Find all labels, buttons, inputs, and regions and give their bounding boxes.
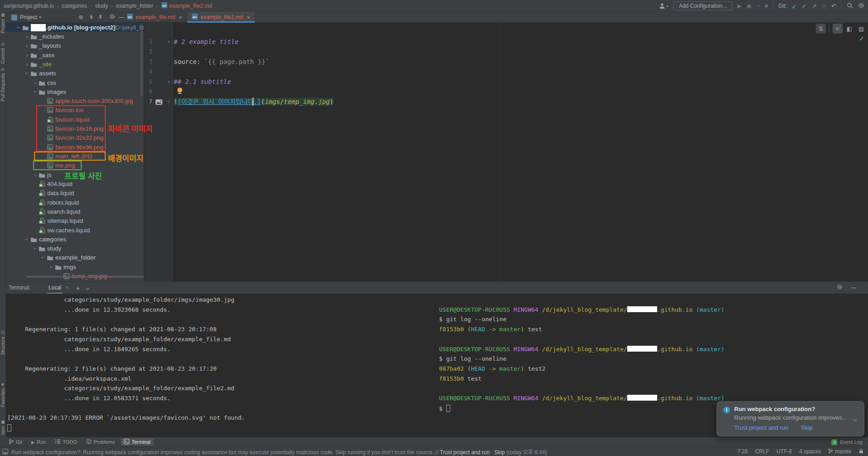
chevron-expanded-icon[interactable]: › bbox=[24, 70, 30, 76]
close-icon[interactable]: × bbox=[179, 14, 182, 21]
tree-item-favicon-16x16.png[interactable]: favicon-16x16.png bbox=[6, 124, 144, 133]
tree-item-404.liquid[interactable]: H404.liquid bbox=[6, 179, 144, 188]
chevron-collapsed-icon[interactable]: › bbox=[24, 34, 30, 39]
chevron-expanded-icon[interactable]: › bbox=[32, 89, 38, 95]
terminal-split-divider[interactable] bbox=[434, 294, 435, 437]
locate-file-icon[interactable]: ⊕ bbox=[78, 14, 83, 20]
tree-item-root[interactable]: ›.github.io [blog-project2] D:\jekyll_bl bbox=[6, 23, 144, 32]
editor-tab-example_file2.md[interactable]: MDexample_file2.md× bbox=[187, 12, 255, 23]
chevron-down-icon[interactable] bbox=[853, 415, 856, 422]
chevron-collapsed-icon[interactable]: › bbox=[32, 80, 38, 86]
search-everywhere-icon[interactable] bbox=[847, 2, 853, 10]
stripe-item-npm[interactable]: npm▣ bbox=[0, 420, 6, 435]
tree-item-js[interactable]: ›js bbox=[6, 170, 144, 179]
event-log-group[interactable]: 3Event Log bbox=[831, 439, 868, 445]
trust-project-status-link[interactable]: Trust project and run bbox=[440, 449, 490, 456]
editor-only-view-icon[interactable]: ≡ bbox=[833, 24, 843, 34]
tree-item-css[interactable]: ›css bbox=[6, 78, 144, 87]
git-update-icon[interactable]: ↙ bbox=[792, 3, 797, 10]
tree-item-_includes[interactable]: ›_includes bbox=[6, 32, 144, 41]
tree-item-favicon-96x96.png[interactable]: favicon-96x96.png bbox=[6, 142, 144, 152]
expand-all-icon[interactable]: ⇟ bbox=[89, 14, 94, 20]
stripe-item-structure[interactable]: Structure◫ bbox=[0, 330, 6, 355]
close-icon[interactable]: × bbox=[247, 14, 250, 21]
tree-item-assets[interactable]: ›assets bbox=[6, 69, 144, 78]
skip-link[interactable]: Skip bbox=[801, 424, 812, 431]
fold-marker-icon[interactable]: ∨ bbox=[167, 79, 171, 84]
tree-item-_site[interactable]: ›_site bbox=[6, 59, 144, 69]
line-separator[interactable]: CRLF bbox=[755, 448, 769, 455]
editor-tab-example_file.md[interactable]: MDexample_file.md× bbox=[122, 12, 187, 23]
stop-button-disabled-icon[interactable]: ■ bbox=[765, 3, 768, 9]
tree-item-study[interactable]: ›study bbox=[6, 244, 144, 253]
tree-item-robots.liquid[interactable]: Hrobots.liquid bbox=[6, 198, 144, 207]
tree-item-images[interactable]: ›images bbox=[6, 87, 144, 96]
skip-status-link[interactable]: Skip bbox=[494, 449, 505, 456]
tree-item-favicon.liquid[interactable]: Hfavicon.liquid bbox=[6, 115, 144, 124]
settings-icon[interactable] bbox=[858, 2, 864, 10]
file-encoding[interactable]: UTF-8 bbox=[776, 448, 792, 455]
inspections-ok-icon[interactable]: ✓ bbox=[859, 34, 865, 43]
tree-item-data.liquid[interactable]: Hdata.liquid bbox=[6, 189, 144, 198]
image-gutter-icon[interactable] bbox=[156, 98, 162, 107]
stripe-item-favorites[interactable]: Favorites★ bbox=[0, 382, 6, 407]
debug-button-disabled-icon[interactable]: ◉ bbox=[746, 3, 751, 9]
project-panel-title[interactable]: Project bbox=[20, 14, 37, 20]
toolwindow-button-problems[interactable]: Problems bbox=[83, 438, 118, 446]
fold-marker-icon[interactable]: ∨ bbox=[167, 39, 171, 44]
tree-item-favicon-32x32.png[interactable]: favicon-32x32.png bbox=[6, 133, 144, 142]
tree-item-search.liquid[interactable]: Hsearch.liquid bbox=[6, 207, 144, 216]
git-push-icon[interactable]: ↗ bbox=[812, 3, 817, 10]
tree-item-sw.caches.liquid[interactable]: Hsw.caches.liquid bbox=[6, 226, 144, 235]
caret-position[interactable]: 7:26 bbox=[737, 448, 748, 455]
stripe-item-project[interactable]: Project▦ bbox=[0, 13, 6, 33]
add-configuration-button[interactable]: Add Configuration... bbox=[673, 1, 732, 10]
close-icon[interactable]: × bbox=[65, 284, 68, 291]
chevron-collapsed-icon[interactable]: › bbox=[32, 172, 38, 178]
chevron-expanded-icon[interactable]: › bbox=[24, 236, 30, 242]
new-session-icon[interactable]: + bbox=[76, 284, 80, 292]
breadcrumb-file[interactable]: MDexample_file2.md bbox=[161, 2, 212, 10]
stripe-item-pull-requests[interactable]: Pull Requests⇄ bbox=[0, 68, 6, 101]
chevron-collapsed-icon[interactable]: › bbox=[24, 61, 30, 67]
horizontal-scrollbar[interactable] bbox=[26, 276, 144, 278]
chevron-expanded-icon[interactable]: › bbox=[16, 25, 22, 30]
undo-icon[interactable]: ↶ bbox=[831, 3, 836, 10]
preview-view-icon[interactable]: ▨ bbox=[856, 24, 866, 34]
terminal-tab-local[interactable]: Local bbox=[47, 282, 63, 294]
tree-item-example_folder[interactable]: ›example_folder bbox=[6, 253, 144, 262]
user-icon[interactable]: ▾ bbox=[659, 3, 668, 9]
chevron-down-icon[interactable] bbox=[86, 284, 89, 291]
chevron-expanded-icon[interactable]: › bbox=[32, 245, 38, 251]
lock-icon[interactable] bbox=[859, 448, 863, 455]
tree-item-sitemap.liquid[interactable]: Hsitemap.liquid bbox=[6, 216, 144, 226]
breadcrumb-item[interactable]: categories bbox=[62, 3, 87, 9]
panel-settings-icon[interactable] bbox=[109, 14, 115, 21]
tree-item-imgs[interactable]: ›imgs bbox=[6, 262, 144, 271]
profiler-button-disabled-icon[interactable]: ◔ bbox=[756, 3, 760, 9]
trust-project-link[interactable]: Trust project and run bbox=[734, 424, 788, 431]
chevron-expanded-icon[interactable]: › bbox=[40, 255, 46, 260]
tree-item-_layouts[interactable]: ›_layouts bbox=[6, 41, 144, 50]
toolwindow-toggle-icon[interactable] bbox=[2, 449, 8, 455]
split-view-icon[interactable]: ◧ bbox=[844, 24, 854, 34]
toolwindow-button-todo[interactable]: TODO bbox=[52, 439, 80, 445]
git-commit-icon[interactable]: ✓ bbox=[802, 3, 807, 10]
git-branch-widget[interactable]: master bbox=[828, 448, 852, 455]
breadcrumb-item[interactable]: sonjeounga.github.io bbox=[4, 3, 54, 9]
toolwindow-button-run[interactable]: ▶Run bbox=[28, 439, 49, 445]
tree-item-_sass[interactable]: ›_sass bbox=[6, 50, 144, 59]
chevron-collapsed-icon[interactable]: › bbox=[24, 52, 30, 58]
indentation[interactable]: 4 spaces bbox=[799, 448, 821, 455]
history-icon[interactable]: ◷ bbox=[822, 3, 826, 9]
scroll-sync-icon[interactable]: ⇅ bbox=[816, 24, 826, 34]
breadcrumb-item[interactable]: example_folder bbox=[116, 3, 153, 9]
chevron-expanded-icon[interactable]: › bbox=[49, 264, 54, 270]
tree-item-categories[interactable]: ›categories bbox=[6, 235, 144, 244]
tree-item-me.png[interactable]: me.png bbox=[6, 161, 144, 170]
fold-marker-icon[interactable]: ∨ bbox=[167, 99, 171, 104]
chevron-down-icon[interactable]: ▾ bbox=[39, 15, 41, 20]
intention-bulb-icon[interactable] bbox=[177, 88, 182, 94]
minimize-icon[interactable]: — bbox=[851, 284, 856, 291]
tree-item-favicon.ico[interactable]: favicon.ico bbox=[6, 106, 144, 115]
